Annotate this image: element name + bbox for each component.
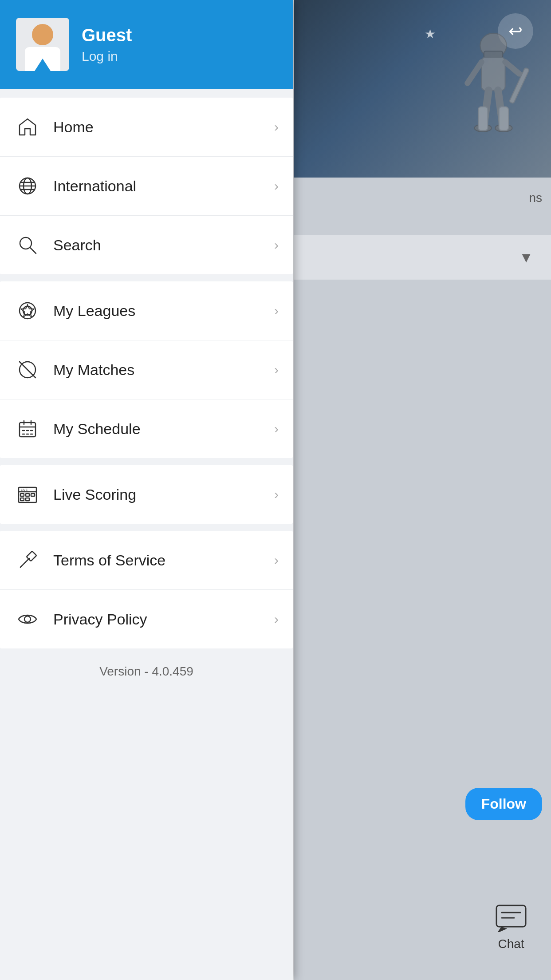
avatar-collar — [35, 59, 51, 71]
svg-line-4 — [505, 62, 520, 74]
svg-point-44 — [24, 616, 31, 622]
login-link[interactable]: Log in — [82, 49, 132, 64]
svg-point-17 — [20, 237, 31, 249]
version-text: Version - 4.0.459 — [0, 648, 293, 695]
right-panel: ↪ ★ — [294, 0, 551, 980]
star-icon: ★ — [425, 27, 436, 41]
svg-rect-37 — [26, 494, 29, 496]
search-chevron-icon: › — [274, 237, 279, 253]
svg-rect-38 — [31, 494, 35, 496]
home-label: Home — [53, 119, 274, 136]
chat-icon — [493, 902, 529, 933]
chat-button[interactable]: Chat — [480, 891, 542, 962]
menu-item-terms[interactable]: Terms of Service › — [0, 531, 293, 590]
svg-rect-2 — [481, 57, 505, 90]
username-label: Guest — [82, 25, 132, 45]
svg-line-3 — [468, 62, 482, 83]
menu-item-search[interactable]: Search › — [0, 216, 293, 274]
privacy-chevron-icon: › — [274, 612, 279, 627]
user-info: Guest Log in — [82, 25, 132, 64]
live-scoring-chevron-icon: › — [274, 487, 279, 502]
menu-item-my-matches[interactable]: My Matches › — [0, 340, 293, 399]
avatar — [16, 18, 69, 71]
svg-rect-10 — [478, 107, 488, 130]
live-icon: LIVE — [14, 481, 41, 508]
matches-icon — [14, 356, 41, 383]
menu-item-my-leagues[interactable]: My Leagues › — [0, 281, 293, 340]
svg-rect-40 — [26, 498, 29, 501]
menu-section-my: My Leagues › My Matches › — [0, 281, 293, 458]
avatar-figure — [16, 18, 69, 71]
my-matches-chevron-icon: › — [274, 362, 279, 377]
live-scoring-label: Live Scoring — [53, 486, 274, 503]
svg-rect-36 — [20, 494, 24, 496]
my-schedule-chevron-icon: › — [274, 421, 279, 436]
svg-text:LIVE: LIVE — [21, 488, 28, 491]
international-chevron-icon: › — [274, 178, 279, 194]
menu-section-main: Home › International › — [0, 98, 293, 274]
hammer-icon — [14, 547, 41, 573]
home-chevron-icon: › — [274, 119, 279, 134]
my-leagues-chevron-icon: › — [274, 303, 279, 318]
dropdown-arrow-icon: ▼ — [519, 249, 533, 266]
globe-icon — [14, 173, 41, 199]
privacy-label: Privacy Policy — [53, 611, 274, 628]
dropdown-area[interactable]: ▼ — [294, 235, 551, 280]
menu-section-live: LIVE Live Scoring › — [0, 465, 293, 524]
menu-item-my-schedule[interactable]: My Schedule › — [0, 399, 293, 458]
home-icon — [14, 114, 41, 140]
menu-item-home[interactable]: Home › — [0, 98, 293, 157]
navigation-drawer: Guest Log in Home › — [0, 0, 293, 980]
my-matches-label: My Matches — [53, 361, 274, 379]
leagues-icon — [14, 297, 41, 324]
right-section-text: ns — [529, 191, 542, 205]
svg-rect-1 — [484, 51, 503, 58]
menu-item-international[interactable]: International › — [0, 157, 293, 216]
avatar-body — [25, 47, 60, 71]
avatar-head — [32, 24, 53, 45]
menu-item-live-scoring[interactable]: LIVE Live Scoring › — [0, 465, 293, 524]
menu-section-legal: Terms of Service › Privacy Policy › — [0, 531, 293, 648]
svg-rect-11 — [499, 107, 508, 130]
terms-label: Terms of Service — [53, 552, 274, 569]
terms-chevron-icon: › — [274, 553, 279, 568]
my-leagues-label: My Leagues — [53, 302, 274, 320]
svg-line-18 — [30, 248, 36, 253]
chat-label: Chat — [498, 937, 524, 951]
search-label: Search — [53, 237, 274, 254]
eye-icon — [14, 606, 41, 632]
drawer-header: Guest Log in — [0, 0, 293, 89]
my-schedule-label: My Schedule — [53, 420, 274, 438]
cricket-player-image — [445, 27, 542, 178]
svg-rect-39 — [20, 498, 24, 501]
search-icon — [14, 232, 41, 258]
schedule-icon — [14, 415, 41, 442]
follow-button[interactable]: Follow — [465, 788, 542, 820]
hero-banner: ↪ ★ — [294, 0, 551, 178]
menu-item-privacy[interactable]: Privacy Policy › — [0, 590, 293, 648]
svg-rect-45 — [496, 905, 526, 927]
svg-line-42 — [20, 558, 29, 567]
international-label: International — [53, 178, 274, 195]
